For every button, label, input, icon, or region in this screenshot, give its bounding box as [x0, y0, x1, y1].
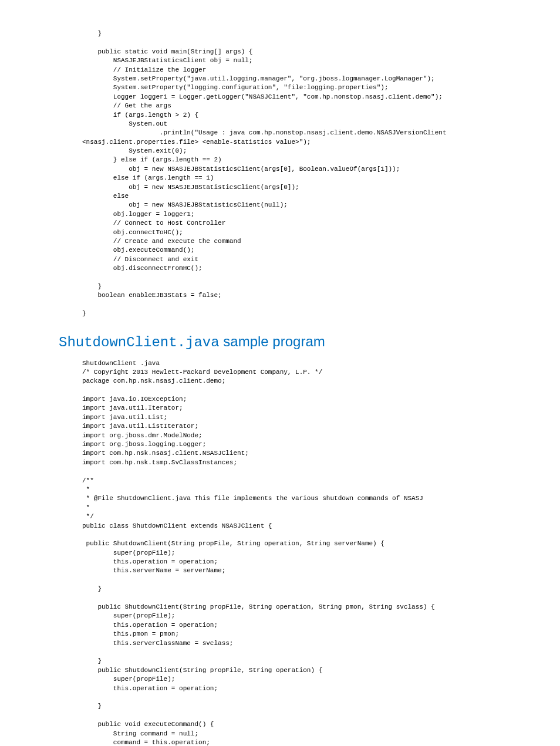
heading-rest-part: sample program — [220, 333, 325, 349]
heading-mono-part: ShutdownClient.java — [59, 335, 220, 350]
page-container: } public static void main(String[] args)… — [0, 0, 560, 746]
code-block-2: ShutdownClient .java /* Copyright 2013 H… — [59, 359, 525, 747]
code-block-1: } public static void main(String[] args)… — [59, 29, 525, 319]
section-heading: ShutdownClient.java sample program — [59, 333, 525, 350]
